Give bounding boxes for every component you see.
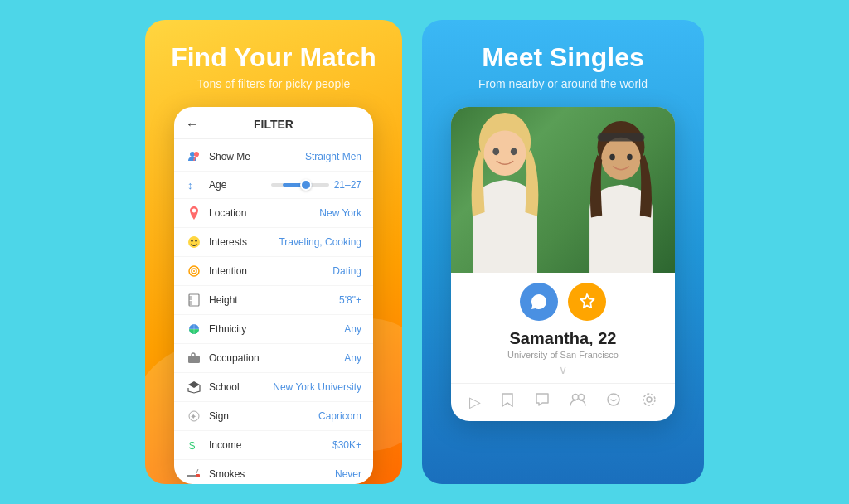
occupation-icon	[186, 350, 202, 366]
svg-point-33	[627, 154, 633, 161]
income-label: Income	[209, 439, 332, 451]
nav-settings-icon[interactable]	[642, 392, 657, 411]
height-label: Height	[209, 294, 339, 306]
nav-chat-icon[interactable]	[535, 392, 550, 411]
person-left	[455, 111, 555, 273]
filter-ethnicity[interactable]: Ethnicity Any	[174, 315, 373, 344]
filter-location[interactable]: Location New York	[174, 199, 373, 228]
show-me-label: Show Me	[209, 151, 305, 162]
age-slider-track[interactable]	[271, 183, 328, 187]
right-panel: Meet Singles From nearby or around the w…	[422, 20, 704, 484]
star-button[interactable]	[568, 283, 606, 321]
svg-point-36	[608, 394, 619, 405]
chat-button[interactable]	[520, 283, 558, 321]
app-container: Find Your Match Tons of filters for pick…	[0, 0, 849, 504]
action-buttons	[464, 283, 662, 321]
profile-photo	[451, 107, 675, 273]
ethnicity-icon	[186, 321, 202, 337]
filter-intention[interactable]: Intention Dating	[174, 257, 373, 286]
filter-income[interactable]: $ Income $30K+	[174, 431, 373, 460]
right-subtitle: From nearby or around the world	[478, 77, 648, 90]
svg-text:✦: ✦	[190, 412, 196, 421]
sign-value: Capricorn	[318, 410, 361, 422]
filter-height[interactable]: Height 5'8"+	[174, 286, 373, 315]
nav-message-icon[interactable]	[606, 392, 621, 411]
smokes-icon	[186, 466, 202, 482]
svg-point-30	[601, 138, 640, 180]
filter-phone-mockup: ← FILTER Show Me Straight Men	[174, 107, 373, 484]
filter-title: FILTER	[254, 118, 294, 131]
age-value: 21–27	[334, 179, 361, 191]
svg-text:↕: ↕	[187, 179, 193, 191]
intention-icon	[186, 263, 202, 279]
svg-point-26	[484, 131, 526, 177]
nav-people-icon[interactable]	[570, 393, 586, 410]
filter-sign[interactable]: ✦ Sign Capricorn	[174, 402, 373, 431]
svg-rect-15	[188, 356, 200, 363]
interests-value: Traveling, Cooking	[279, 236, 361, 248]
location-value: New York	[319, 207, 361, 219]
ethnicity-label: Ethnicity	[209, 323, 344, 335]
smokes-value: Never	[335, 468, 361, 480]
svg-point-27	[492, 148, 499, 156]
right-title: Meet Singles	[482, 43, 644, 72]
left-title: Find Your Match	[171, 43, 376, 72]
show-me-icon	[186, 148, 202, 165]
profile-chevron-icon[interactable]: ∨	[464, 363, 662, 376]
singles-phone-mockup: Samantha, 22 University of San Francisco…	[451, 107, 675, 421]
person-right	[571, 119, 671, 273]
location-icon	[186, 205, 202, 221]
nav-bookmark-icon[interactable]	[501, 392, 514, 411]
show-me-value: Straight Men	[305, 151, 361, 162]
age-slider-thumb[interactable]	[300, 179, 312, 191]
ethnicity-value: Any	[344, 323, 361, 335]
svg-rect-31	[598, 133, 645, 141]
svg-point-8	[193, 270, 195, 272]
profile-school: University of San Francisco	[464, 350, 662, 360]
svg-point-32	[609, 154, 615, 161]
filter-school[interactable]: School New York University	[174, 373, 373, 402]
occupation-label: Occupation	[209, 352, 344, 364]
school-icon	[186, 379, 202, 395]
height-value: 5'8"+	[339, 294, 361, 306]
intention-label: Intention	[209, 265, 332, 277]
school-value: New York University	[273, 381, 361, 393]
profile-bottom: Samantha, 22 University of San Francisco…	[451, 273, 675, 383]
income-value: $30K+	[332, 439, 361, 451]
filter-interests[interactable]: Interests Traveling, Cooking	[174, 228, 373, 257]
filter-smokes[interactable]: Smokes Never	[174, 460, 373, 484]
left-subtitle: Tons of filters for picky people	[197, 77, 350, 90]
left-panel: Find Your Match Tons of filters for pick…	[145, 20, 402, 484]
svg-point-37	[647, 397, 652, 402]
phone-header: ← FILTER	[174, 107, 373, 139]
filter-list: Show Me Straight Men ↕ Age	[174, 139, 373, 484]
svg-point-34	[573, 395, 579, 400]
svg-point-4	[191, 240, 192, 241]
age-icon: ↕	[186, 177, 202, 193]
sign-label: Sign	[209, 410, 318, 422]
svg-point-5	[195, 240, 196, 241]
income-icon: $	[186, 437, 202, 453]
profile-name: Samantha, 22	[464, 329, 662, 348]
nav-play-icon[interactable]: ▷	[469, 393, 481, 411]
svg-point-28	[511, 148, 517, 156]
svg-point-1	[194, 152, 199, 157]
back-arrow-icon[interactable]: ←	[186, 117, 199, 132]
interests-label: Interests	[209, 236, 279, 248]
filter-occupation[interactable]: Occupation Any	[174, 344, 373, 373]
interests-icon	[186, 234, 202, 250]
age-label: Age	[209, 179, 266, 191]
height-icon	[186, 292, 202, 308]
filter-show-me[interactable]: Show Me Straight Men	[174, 143, 373, 172]
smokes-label: Smokes	[209, 468, 335, 480]
location-label: Location	[209, 207, 319, 219]
school-label: School	[209, 381, 273, 393]
sign-icon: ✦	[186, 408, 202, 424]
intention-value: Dating	[332, 265, 361, 277]
filter-age[interactable]: ↕ Age 21–27	[174, 172, 373, 199]
svg-rect-21	[196, 474, 200, 477]
bottom-nav: ▷	[451, 383, 675, 421]
occupation-value: Any	[344, 352, 361, 364]
svg-point-38	[643, 394, 655, 405]
svg-text:$: $	[189, 439, 196, 452]
